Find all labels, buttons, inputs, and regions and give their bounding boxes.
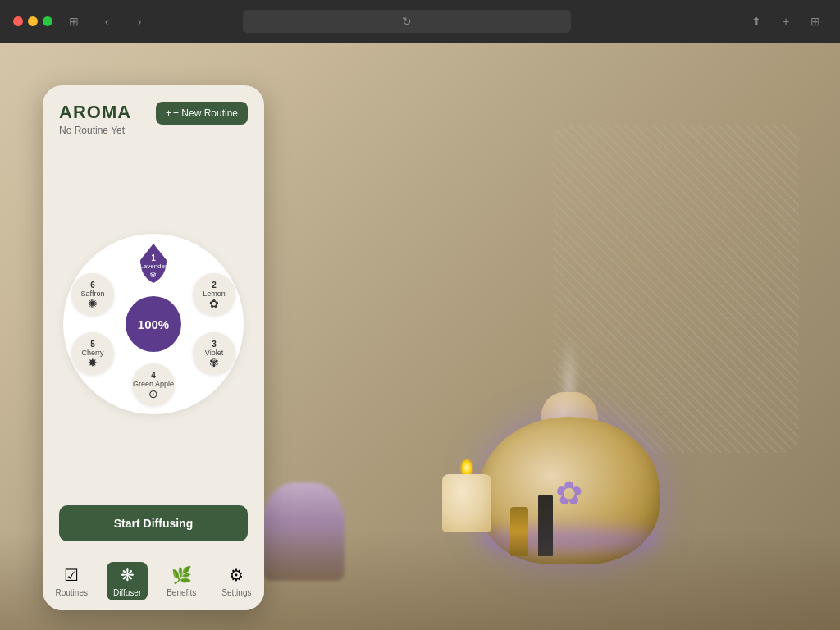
browser-content: ✿ AROMA No Routine Yet + + New Routine bbox=[0, 43, 840, 630]
settings-label: Settings bbox=[221, 588, 251, 597]
traffic-lights bbox=[13, 16, 52, 26]
scent-item-cherry[interactable]: 5 Cherry ✸ bbox=[71, 332, 114, 375]
fullscreen-button[interactable] bbox=[43, 16, 52, 26]
benefits-icon: 🌿 bbox=[171, 565, 192, 585]
steam bbox=[564, 335, 576, 400]
app-subtitle: No Routine Yet bbox=[59, 125, 131, 136]
diffuser-label: Diffuser bbox=[113, 588, 141, 597]
scent-name-cherry: Cherry bbox=[81, 349, 103, 357]
scent-wheel: 100% 1 Lavender ❄ bbox=[63, 234, 244, 414]
scent-item-green-apple[interactable]: 4 Green Apple ⊙ bbox=[132, 363, 175, 406]
forward-button[interactable]: › bbox=[128, 10, 151, 33]
scent-name-violet: Violet bbox=[205, 349, 223, 357]
scent-name-green-apple: Green Apple bbox=[133, 380, 174, 388]
scent-item-violet[interactable]: 3 Violet ✾ bbox=[193, 332, 235, 375]
nav-settings[interactable]: ⚙ Settings bbox=[215, 562, 258, 600]
plus-icon: + bbox=[166, 107, 171, 119]
candle-flame bbox=[461, 459, 472, 476]
percentage-label: 100% bbox=[138, 317, 169, 331]
browser-actions: ⬆ + ⊞ bbox=[745, 10, 827, 33]
nav-benefits[interactable]: 🌿 Benefits bbox=[160, 562, 203, 600]
tabs-button[interactable]: ⊞ bbox=[804, 10, 827, 33]
sidebar-toggle-button[interactable]: ⊞ bbox=[62, 10, 85, 33]
share-button[interactable]: ⬆ bbox=[745, 10, 768, 33]
start-diffusing-button[interactable]: Start Diffusing bbox=[59, 505, 248, 541]
back-icon: ‹ bbox=[105, 15, 109, 28]
scent-number-green-apple: 4 bbox=[151, 371, 156, 380]
grid-icon: ⊞ bbox=[810, 15, 820, 28]
nav-routines[interactable]: ☑ Routines bbox=[48, 562, 94, 600]
close-button[interactable] bbox=[13, 16, 23, 26]
routines-icon: ☑ bbox=[64, 565, 79, 585]
forward-icon: › bbox=[138, 15, 142, 28]
minimize-button[interactable] bbox=[28, 16, 38, 26]
share-icon: ⬆ bbox=[751, 15, 761, 28]
address-bar[interactable]: ↻ bbox=[243, 10, 571, 33]
center-percentage-circle[interactable]: 100% bbox=[126, 296, 181, 352]
benefits-label: Benefits bbox=[167, 588, 196, 597]
candle-body bbox=[442, 474, 491, 532]
scent-number-violet: 3 bbox=[212, 340, 217, 349]
back-button[interactable]: ‹ bbox=[95, 10, 118, 33]
app-logo: AROMA No Routine Yet bbox=[59, 102, 131, 136]
nav-diffuser[interactable]: ❋ Diffuser bbox=[107, 562, 148, 600]
scent-number-lemon: 2 bbox=[212, 281, 217, 290]
routines-label: Routines bbox=[55, 588, 87, 597]
settings-icon: ⚙ bbox=[229, 565, 244, 585]
app-panel: AROMA No Routine Yet + + New Routine 100… bbox=[43, 85, 264, 610]
new-routine-button[interactable]: + + New Routine bbox=[156, 102, 248, 125]
scent-wheel-container: 100% 1 Lavender ❄ bbox=[43, 143, 264, 505]
plus-icon: + bbox=[783, 15, 789, 28]
sidebar-icon: ⊞ bbox=[69, 15, 79, 28]
scent-item-lavender[interactable]: 1 Lavender ❄ bbox=[135, 242, 171, 286]
browser-chrome: ⊞ ‹ › ↻ ⬆ + ⊞ bbox=[0, 0, 840, 43]
scent-icon-violet: ✾ bbox=[209, 357, 219, 368]
scent-item-lemon[interactable]: 2 Lemon ✿ bbox=[193, 273, 235, 316]
bottom-nav: ☑ Routines ❋ Diffuser 🌿 Benefits ⚙ Setti… bbox=[43, 555, 264, 610]
app-title: AROMA bbox=[59, 102, 131, 123]
scent-icon-green-apple: ⊙ bbox=[148, 388, 158, 399]
scent-name-saffron: Saffron bbox=[81, 290, 105, 298]
scent-icon-saffron: ✺ bbox=[88, 298, 98, 309]
scent-number-cherry: 5 bbox=[90, 340, 95, 349]
scent-icon-lemon: ✿ bbox=[209, 298, 219, 309]
panel-header: AROMA No Routine Yet + + New Routine bbox=[43, 85, 264, 143]
scent-name-lemon: Lemon bbox=[203, 290, 226, 298]
scent-number-saffron: 6 bbox=[90, 281, 95, 290]
scent-item-saffron[interactable]: 6 Saffron ✺ bbox=[71, 273, 114, 316]
new-routine-label: + New Routine bbox=[173, 107, 238, 119]
diffuser-icon: ❋ bbox=[121, 565, 135, 585]
scent-icon-cherry: ✸ bbox=[88, 357, 98, 368]
candle bbox=[438, 458, 495, 532]
refresh-icon: ↻ bbox=[402, 15, 412, 28]
new-tab-button[interactable]: + bbox=[774, 10, 797, 33]
